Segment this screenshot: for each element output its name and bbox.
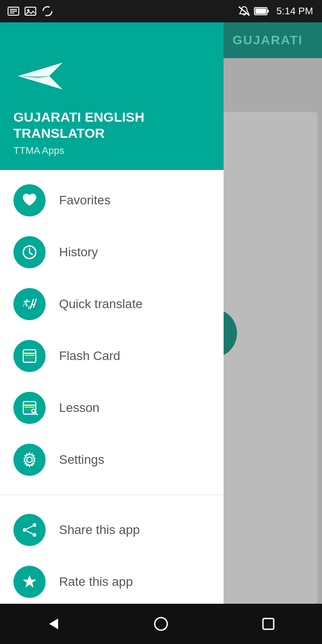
- sidebar-item-quick-translate[interactable]: A a Quick translate: [0, 278, 224, 330]
- svg-line-43: [26, 531, 33, 534]
- rate-icon-circle: [13, 566, 46, 598]
- share-icon-circle: [13, 514, 46, 546]
- recent-button[interactable]: [250, 606, 286, 642]
- drawer-header: GUJARATI ENGLISH TRANSLATOR TTMA Apps: [0, 22, 224, 170]
- sidebar-item-rate[interactable]: Rate this app: [0, 556, 224, 608]
- sidebar-item-share[interactable]: Share this app: [0, 504, 224, 556]
- sidebar-item-settings[interactable]: Settings: [0, 434, 224, 486]
- translate-icon-circle: A a: [13, 288, 46, 320]
- svg-point-9: [27, 9, 30, 12]
- svg-point-37: [32, 409, 35, 413]
- svg-rect-35: [25, 412, 31, 413]
- navigation-drawer: GUJARATI ENGLISH TRANSLATOR TTMA Apps Fa…: [0, 22, 224, 644]
- rate-label: Rate this app: [59, 575, 133, 589]
- primary-menu: Favorites History A a: [0, 170, 224, 490]
- settings-icon-circle: [13, 444, 46, 476]
- settings-label: Settings: [59, 453, 104, 467]
- svg-marker-49: [49, 619, 58, 629]
- history-label: History: [59, 245, 98, 259]
- favorites-icon-circle: [13, 184, 46, 216]
- recent-icon: [261, 617, 275, 631]
- share-icon: [21, 521, 38, 538]
- image-icon: [24, 6, 37, 16]
- svg-rect-14: [255, 8, 266, 14]
- svg-marker-44: [23, 575, 36, 588]
- company-name: TTMA Apps: [13, 145, 210, 157]
- history-icon-circle: [13, 236, 46, 268]
- notification-off-icon: [238, 6, 250, 17]
- quick-translate-label: Quick translate: [59, 297, 143, 311]
- back-button[interactable]: [36, 606, 72, 642]
- lesson-icon: [21, 399, 38, 416]
- svg-rect-28: [25, 355, 34, 356]
- sidebar-item-history[interactable]: History: [0, 226, 224, 278]
- svg-point-38: [27, 457, 32, 462]
- svg-line-20: [30, 253, 32, 254]
- status-bar: 5:14 PM: [0, 0, 322, 22]
- svg-point-50: [155, 618, 167, 630]
- settings-spinner-icon: [41, 5, 54, 17]
- sidebar-item-flash-card[interactable]: Flash Card: [0, 330, 224, 382]
- translate-icon: A a: [21, 296, 38, 313]
- app-name: GUJARATI ENGLISH TRANSLATOR: [13, 109, 210, 141]
- clock-icon: [21, 244, 38, 261]
- svg-point-40: [23, 528, 26, 532]
- language-label: GUJARATI: [233, 33, 303, 47]
- home-icon: [153, 616, 169, 632]
- svg-rect-51: [263, 619, 274, 629]
- lesson-icon-circle: [13, 392, 46, 424]
- lesson-label: Lesson: [59, 401, 99, 415]
- back-icon: [46, 616, 62, 632]
- app-logo: [13, 54, 210, 100]
- status-right-icons: 5:14 PM: [238, 5, 313, 17]
- star-icon: [21, 573, 38, 590]
- gear-icon: [21, 451, 38, 468]
- svg-point-39: [33, 523, 36, 527]
- share-label: Share this app: [59, 523, 140, 537]
- status-left-icons: [7, 5, 54, 17]
- svg-line-42: [26, 526, 33, 529]
- favorites-label: Favorites: [59, 193, 110, 208]
- paper-plane-icon: [13, 54, 67, 98]
- heart-icon: [21, 192, 38, 209]
- svg-point-41: [33, 533, 36, 537]
- navigation-bar: [0, 604, 322, 644]
- status-time: 5:14 PM: [276, 5, 313, 17]
- menu-divider: [0, 495, 224, 495]
- sidebar-item-favorites[interactable]: Favorites: [0, 174, 224, 226]
- doc-icon: [7, 6, 20, 16]
- flash-card-label: Flash Card: [59, 349, 120, 363]
- svg-rect-13: [267, 10, 269, 13]
- home-button[interactable]: [143, 606, 179, 642]
- battery-icon: [254, 6, 269, 16]
- svg-rect-33: [25, 407, 34, 408]
- svg-rect-30: [25, 360, 31, 361]
- sidebar-item-lesson[interactable]: Lesson: [0, 382, 224, 434]
- svg-point-10: [43, 7, 52, 16]
- flashcard-icon: [21, 347, 38, 364]
- svg-rect-29: [25, 357, 34, 359]
- flashcard-icon-circle: [13, 340, 46, 372]
